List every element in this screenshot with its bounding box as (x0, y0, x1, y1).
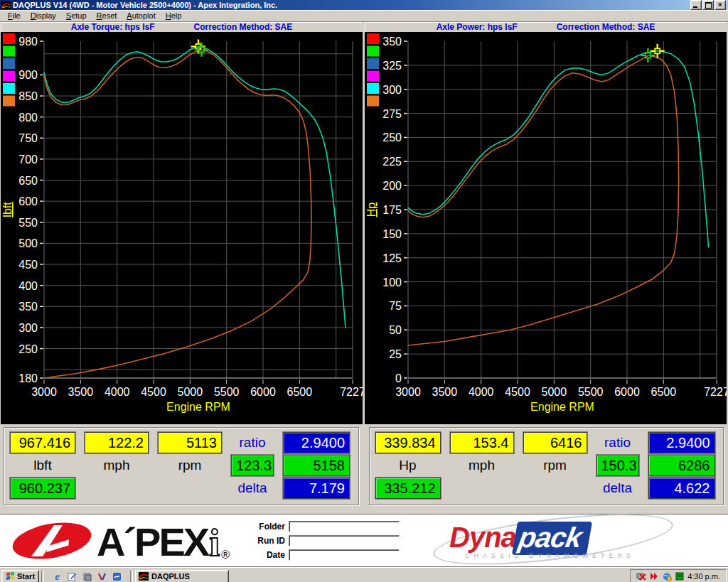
svg-text:4000: 4000 (105, 386, 130, 398)
start-button[interactable]: Start (1, 570, 39, 582)
svg-text:150: 150 (382, 228, 402, 240)
ratio-label: ratio (596, 435, 639, 451)
media-player-icon[interactable] (97, 571, 107, 582)
torque-chart-header: Axle Torque: hps IsF Correction Method: … (1, 22, 363, 32)
svg-text:125: 125 (382, 252, 402, 264)
channels-icon[interactable] (82, 571, 92, 582)
torque-cursor1-value: 967.416 (10, 432, 75, 453)
run-id-input[interactable] (289, 535, 400, 546)
svg-text:300: 300 (382, 84, 402, 96)
quick-launch: e (52, 571, 122, 582)
svg-text:5000: 5000 (542, 386, 567, 398)
messenger-icon[interactable] (112, 571, 122, 582)
readout-row: 967.416 122.2 5113 ratio 2.9400 lbft mph… (0, 424, 728, 508)
fast-arrows-icon[interactable] (650, 572, 659, 581)
svg-text:450: 450 (18, 259, 38, 271)
menu-display[interactable]: Display (26, 11, 60, 21)
date-input[interactable] (289, 549, 400, 561)
svg-text:900: 900 (18, 69, 38, 81)
svg-text:3000: 3000 (395, 386, 421, 398)
power-chart-panel: Axle Power: hps IsF Correction Method: S… (365, 22, 727, 424)
svg-text:Engine RPM: Engine RPM (530, 401, 594, 413)
daqplus-task-label: DAQPLUS (151, 572, 190, 581)
svg-text:7227: 7227 (340, 386, 363, 398)
torque-correction-method: Correction Method: SAE (194, 23, 293, 31)
folder-input[interactable] (289, 521, 400, 532)
power-readout-panel: 339.834 153.4 6416 ratio 2.9400 Hp mph r… (369, 427, 724, 505)
svg-text:5000: 5000 (178, 386, 203, 398)
taskbar: Start e DAQPLUS (0, 567, 728, 582)
run-info-form: Folder Run ID Date (250, 521, 400, 561)
menu-autoplot[interactable]: Autoplot (122, 11, 159, 21)
network-offline-icon[interactable] (636, 572, 646, 581)
torque-chart-title: Axle Torque: hps IsF (71, 23, 155, 31)
svg-text:3000: 3000 (31, 386, 57, 398)
menu-reset[interactable]: Reset (92, 11, 122, 21)
ratio-value: 2.9400 (283, 432, 350, 453)
svg-text:75: 75 (389, 300, 402, 312)
svg-text:600: 600 (18, 195, 38, 208)
apex-i-glyph: i (209, 525, 220, 561)
show-desktop-icon[interactable] (67, 571, 77, 582)
apexi-mark-icon (10, 521, 94, 561)
svg-text:4500: 4500 (141, 386, 166, 398)
torque-cursor2-value: 960.237 (10, 478, 75, 499)
menu-bar: FileDisplaySetupResetAutoplotHelp (0, 10, 728, 22)
close-button[interactable]: × (714, 0, 726, 10)
rpm-cursor2-value: 6286 (648, 455, 715, 476)
svg-text:750: 750 (18, 132, 38, 144)
svg-text:lbft: lbft (1, 202, 14, 217)
folder-label: Folder (250, 522, 285, 532)
svg-text:100: 100 (382, 276, 402, 289)
svg-text:700: 700 (18, 153, 38, 166)
svg-text:850: 850 (18, 90, 38, 102)
window-title: DAQPLUS V14 (4WD - Motor Vehicle 2500+40… (13, 1, 688, 9)
svg-text:4500: 4500 (505, 386, 530, 398)
internet-explorer-icon[interactable]: e (52, 571, 63, 582)
monitor-status-icon[interactable] (675, 572, 684, 581)
speed-cursor1-value: 122.2 (85, 432, 149, 453)
menu-help[interactable]: Help (161, 11, 186, 21)
power-chart-header: Axle Power: hps IsF Correction Method: S… (365, 22, 727, 32)
dynapack-pack: pack (512, 522, 592, 555)
system-tray: 4:30 p.m. (630, 569, 727, 582)
daqplus-task-button[interactable]: DAQPLUS (135, 570, 229, 582)
rpm-cursor1-value: 6416 (523, 432, 587, 453)
svg-text:0: 0 (395, 372, 402, 384)
power-cursor1-value: 339.834 (375, 432, 441, 453)
restore-button[interactable] (702, 0, 714, 10)
minimize-button[interactable] (690, 0, 702, 10)
svg-text:3500: 3500 (432, 386, 458, 398)
taskbar-clock: 4:30 p.m. (687, 572, 720, 581)
svg-text:5500: 5500 (214, 386, 240, 398)
svg-text:800: 800 (18, 112, 38, 124)
svg-text:225: 225 (382, 156, 402, 168)
svg-text:500: 500 (18, 237, 38, 249)
svg-text:6000: 6000 (614, 386, 640, 398)
speed-unit-label: mph (450, 458, 514, 473)
rpm-unit-label: rpm (158, 458, 222, 473)
torque-chart[interactable]: 9809008508007507006506005505004504003503… (1, 32, 363, 424)
svg-text:3500: 3500 (68, 386, 94, 398)
menu-setup[interactable]: Setup (62, 11, 91, 21)
globe-alert-icon[interactable] (663, 572, 672, 581)
svg-text:7227: 7227 (704, 386, 727, 398)
rpm-unit-label: rpm (523, 458, 587, 473)
svg-text:350: 350 (382, 36, 402, 48)
svg-text:325: 325 (382, 60, 402, 72)
ratio-value: 2.9400 (648, 432, 715, 453)
menu-file[interactable]: File (4, 11, 25, 21)
svg-text:175: 175 (382, 204, 402, 216)
svg-text:5500: 5500 (578, 386, 604, 398)
speed-cursor2-value: 123.3 (231, 455, 274, 476)
delta-label: delta (596, 480, 639, 496)
torque-chart-area: 9809008508007507006506005505004504003503… (1, 32, 363, 424)
speed-unit-label: mph (85, 458, 149, 473)
power-chart[interactable]: 3503253002752502252001751501251007550250… (365, 32, 727, 424)
app-icon (1, 1, 11, 9)
daqplus-icon (139, 572, 149, 581)
speed-cursor2-value: 150.3 (596, 455, 639, 476)
logo-strip: A´PEX i ® Folder Run ID Date Dynapack CH… (0, 514, 728, 567)
start-label: Start (17, 572, 35, 581)
power-unit-label: Hp (375, 458, 441, 473)
